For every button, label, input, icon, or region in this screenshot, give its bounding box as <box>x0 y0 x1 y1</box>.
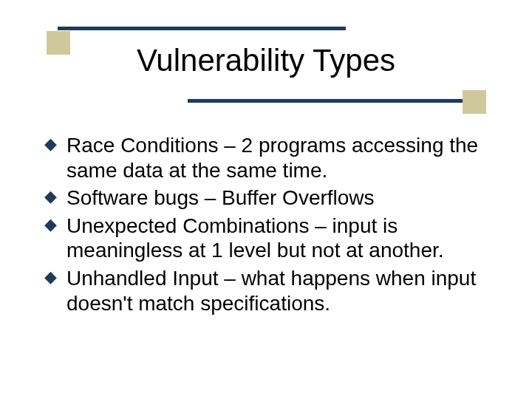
mid-accent-square <box>463 90 486 114</box>
list-item: ◆ Race Conditions – 2 programs accessing… <box>44 133 492 183</box>
bullet-text: Unhandled Input – what happens when inpu… <box>66 267 476 315</box>
list-item: ◆ Unhandled Input – what happens when in… <box>44 266 492 316</box>
bullet-icon: ◆ <box>44 215 57 234</box>
bullet-text: Software bugs – Buffer Overflows <box>66 186 375 209</box>
bullet-icon: ◆ <box>44 187 57 206</box>
bullet-icon: ◆ <box>44 134 57 154</box>
bullet-text: Race Conditions – 2 programs accessing t… <box>66 134 478 182</box>
slide-title: Vulnerability Types <box>0 43 532 78</box>
slide: Vulnerability Types ◆ Race Conditions – … <box>0 0 532 399</box>
list-item: ◆ Software bugs – Buffer Overflows <box>44 185 492 211</box>
list-item: ◆ Unexpected Combinations – input is mea… <box>44 214 492 263</box>
bullet-icon: ◆ <box>44 267 57 287</box>
slide-body: ◆ Race Conditions – 2 programs accessing… <box>44 133 492 318</box>
mid-horizontal-rule <box>188 99 476 103</box>
bullet-text: Unexpected Combinations – input is meani… <box>66 214 444 262</box>
top-horizontal-rule <box>58 27 346 30</box>
